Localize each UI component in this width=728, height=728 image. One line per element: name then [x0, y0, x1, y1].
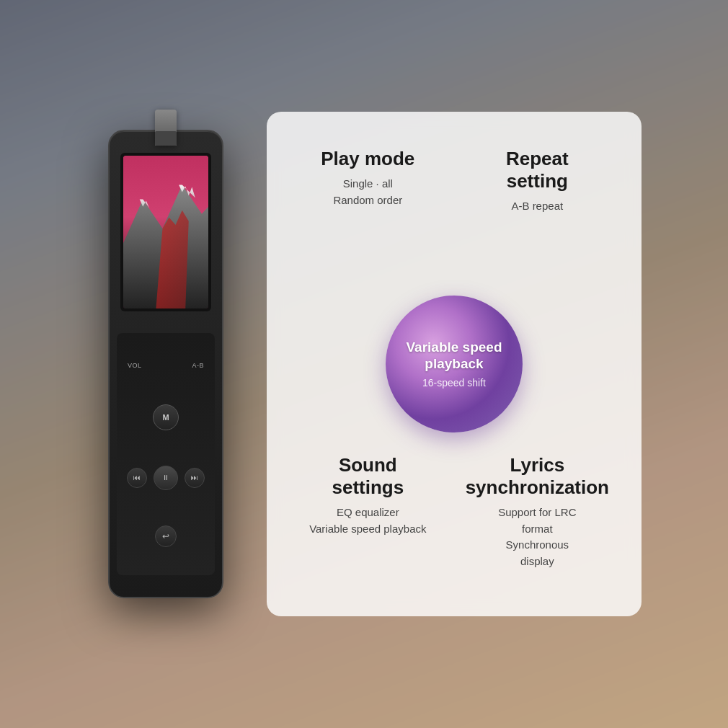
- screen-bezel: [120, 153, 211, 311]
- info-panel: Play mode Single · all Random order Repe…: [267, 112, 642, 616]
- main-container: VOL A-B M ⏮ ⏸ ⏭ ↩ Play mode Singl: [0, 0, 728, 728]
- lyrics-desc-line2: format: [522, 523, 553, 535]
- device-controls: VOL A-B M ⏮ ⏸ ⏭ ↩: [117, 333, 215, 575]
- play-mode-desc: Single · all Random order: [333, 176, 402, 208]
- control-labels-row: VOL A-B: [124, 362, 208, 369]
- lyrics-desc-line1: Support for LRC: [498, 506, 576, 518]
- sound-title-line2: settings: [332, 476, 404, 498]
- mp3-player: VOL A-B M ⏮ ⏸ ⏭ ↩: [108, 130, 223, 598]
- control-nav-row: ⏮ ⏸ ⏭: [124, 466, 208, 490]
- device-container: VOL A-B M ⏮ ⏸ ⏭ ↩: [86, 105, 245, 623]
- sound-settings-title: Sound settings: [332, 454, 404, 499]
- lyrics-desc-line4: display: [520, 555, 554, 567]
- lyrics-sync-desc: Support for LRC format Synchronous displ…: [498, 505, 576, 569]
- vol-label: VOL: [128, 362, 142, 369]
- play-mode-desc-line1: Single · all: [343, 177, 393, 190]
- next-button[interactable]: ⏭: [185, 468, 205, 488]
- repeat-setting-desc: A-B repeat: [511, 198, 563, 215]
- sound-desc-line2: Variable speed: [309, 523, 381, 535]
- circle-desc: 16-speed shift: [422, 377, 486, 389]
- circle-title-line2: playback: [425, 356, 483, 371]
- lyrics-desc-line3: Synchronous: [506, 538, 569, 551]
- play-mode-feature: Play mode Single · all Random order: [285, 133, 451, 288]
- lyrics-title-line2: synchronization: [466, 476, 609, 498]
- variable-speed-circle: Variable speed playback 16-speed shift: [386, 296, 523, 432]
- lyrics-sync-feature: Lyrics synchronization Support for LRC f…: [451, 440, 623, 595]
- back-button[interactable]: ↩: [155, 525, 177, 547]
- repeat-setting-title: Repeat setting: [506, 148, 569, 192]
- lyrics-sync-title: Lyrics synchronization: [466, 454, 609, 499]
- m-button[interactable]: M: [153, 404, 179, 430]
- repeat-title-line2: setting: [507, 170, 568, 192]
- repeat-setting-feature: Repeat setting A-B repeat: [451, 133, 623, 288]
- sound-settings-desc: EQ equalizer Variable speed playback: [309, 505, 426, 537]
- play-mode-desc-line2: Random order: [333, 194, 402, 206]
- sound-settings-feature: Sound settings EQ equalizer Variable spe…: [285, 440, 451, 595]
- play-mode-title: Play mode: [321, 148, 414, 170]
- sound-title-line1: Sound: [339, 454, 397, 476]
- prev-button[interactable]: ⏮: [127, 468, 147, 488]
- circle-title: Variable speed playback: [406, 339, 502, 373]
- sound-desc-line3: playback: [383, 523, 426, 535]
- device-screen: [123, 156, 208, 308]
- sound-desc-line1: EQ equalizer: [337, 506, 399, 518]
- screen-artwork: [123, 156, 208, 308]
- center-circle-row: Variable speed playback 16-speed shift: [285, 288, 623, 440]
- lyrics-title-line1: Lyrics: [510, 454, 565, 476]
- repeat-title-line1: Repeat: [506, 148, 569, 169]
- ab-label: A-B: [192, 362, 204, 369]
- device-clip: [155, 110, 177, 146]
- circle-title-line1: Variable speed: [406, 339, 502, 355]
- play-pause-button[interactable]: ⏸: [154, 466, 178, 490]
